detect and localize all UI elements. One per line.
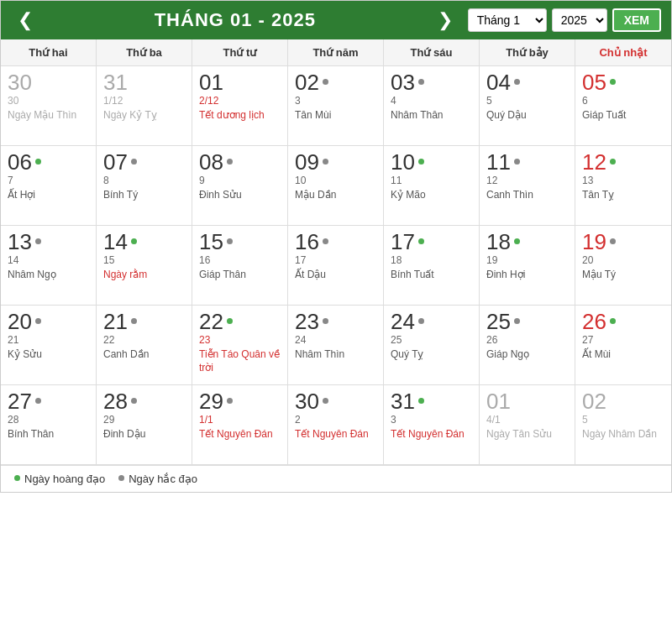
day-number: 31: [103, 71, 185, 93]
day-cell[interactable]: 291/1Tết Nguyên Đán: [192, 385, 288, 465]
day-number: 05: [582, 71, 664, 93]
grey-dot-icon: [514, 159, 520, 165]
day-cell[interactable]: 025Ngày Nhâm Dần: [575, 385, 671, 465]
day-cell[interactable]: 1011Kỷ Mão: [384, 146, 480, 226]
day-cell[interactable]: 056Giáp Tuất: [575, 66, 671, 146]
lunar-number: 10: [295, 175, 376, 186]
lunar-text: Nhâm Thìn: [295, 348, 376, 362]
day-cell[interactable]: 1920Mậu Tý: [575, 226, 671, 306]
lunar-number: 17: [295, 254, 376, 266]
weekday-wed: Thứ tư: [192, 39, 288, 65]
day-cell[interactable]: 3030Ngày Mậu Thìn: [1, 66, 97, 146]
day-number: 13: [8, 231, 89, 253]
lunar-number: 9: [199, 175, 281, 186]
calendar-header: ❮ THÁNG 01 - 2025 ❯ Tháng 1 Tháng 2 Thán…: [1, 1, 671, 39]
day-cell[interactable]: 2728Bính Thân: [1, 385, 97, 465]
day-cell[interactable]: 1516Giáp Thân: [192, 226, 288, 306]
day-cell[interactable]: 2324Nhâm Thìn: [288, 306, 384, 385]
lunar-text: Bính Tý: [103, 189, 185, 202]
day-cell[interactable]: 313Tết Nguyên Đán: [384, 385, 480, 465]
day-number: 06: [8, 151, 89, 173]
day-number: 20: [8, 311, 89, 332]
day-number: 31: [391, 390, 472, 412]
day-cell[interactable]: 045Quý Dậu: [480, 66, 575, 146]
lunar-text: Mậu Tý: [582, 269, 664, 282]
day-cell[interactable]: 2122Canh Dần: [97, 306, 192, 385]
lunar-number: 18: [391, 254, 472, 266]
day-cell[interactable]: 2627Ất Mùi: [575, 306, 671, 385]
grey-dot-icon: [323, 79, 328, 85]
next-month-button[interactable]: ❯: [431, 8, 459, 33]
year-select[interactable]: 2023 2024 2025 2026: [552, 8, 607, 32]
lunar-text: Đinh Hợi: [486, 269, 568, 282]
lunar-number: 4: [391, 95, 472, 107]
lunar-text: Ngày Mậu Thìn: [8, 109, 89, 123]
prev-month-button[interactable]: ❮: [11, 8, 39, 33]
lunar-number: 26: [486, 334, 568, 346]
lunar-number: 5: [486, 95, 568, 107]
calendar-footer: Ngày hoàng đạo Ngày hắc đạo: [1, 465, 671, 492]
day-cell[interactable]: 1819Đinh Hợi: [480, 226, 575, 306]
green-dot-icon: [418, 238, 424, 244]
day-cell[interactable]: 0910Mậu Dần: [288, 146, 384, 226]
lunar-text: Tiễn Táo Quân về trời: [199, 348, 281, 374]
day-number: 23: [295, 311, 376, 332]
lunar-number: 30: [8, 95, 89, 107]
day-number: 10: [391, 151, 472, 173]
day-cell[interactable]: 014/1Ngày Tân Sửu: [480, 385, 575, 465]
day-cell[interactable]: 023Tân Mùi: [288, 66, 384, 146]
lunar-number: 11: [391, 175, 472, 186]
day-cell[interactable]: 1314Nhâm Ngọ: [1, 226, 97, 306]
day-number: 21: [103, 311, 185, 332]
green-legend: Ngày hoàng đạo: [14, 473, 105, 485]
lunar-number: 28: [8, 414, 89, 426]
lunar-number: 2/12: [199, 95, 281, 107]
weekdays-header: Thứ hai Thứ ba Thứ tư Thứ năm Thứ sáu Th…: [1, 39, 671, 66]
day-cell[interactable]: 1718Bính Tuất: [384, 226, 480, 306]
day-cell[interactable]: 311/12Ngày Kỷ Tỵ: [97, 66, 192, 146]
day-cell[interactable]: 1415Ngày rằm: [97, 226, 192, 306]
lunar-number: 16: [199, 254, 281, 266]
lunar-text: Ngày Tân Sửu: [486, 428, 568, 442]
day-cell[interactable]: 034Nhâm Thân: [384, 66, 480, 146]
day-number: 17: [391, 231, 472, 253]
lunar-text: Ất Dậu: [295, 269, 376, 282]
day-cell[interactable]: 2526Giáp Ngọ: [480, 306, 575, 385]
month-select[interactable]: Tháng 1 Tháng 2 Tháng 3 Tháng 4 Tháng 5 …: [468, 8, 547, 32]
lunar-number: 6: [582, 95, 664, 107]
grey-dot-icon: [418, 79, 424, 85]
grey-dot-icon: [131, 398, 137, 404]
lunar-text: Ngày Kỷ Tỵ: [103, 109, 185, 123]
day-cell[interactable]: 012/12Tết dương lịch: [192, 66, 288, 146]
lunar-number: 3: [295, 95, 376, 107]
day-cell[interactable]: 1112Canh Thìn: [480, 146, 575, 226]
view-button[interactable]: XEM: [612, 8, 661, 32]
day-cell[interactable]: 078Bính Tý: [97, 146, 192, 226]
grey-dot-icon: [418, 318, 424, 324]
lunar-number: 19: [486, 254, 568, 266]
day-cell[interactable]: 1213Tân Tỵ: [575, 146, 671, 226]
day-cell[interactable]: 089Đinh Sửu: [192, 146, 288, 226]
lunar-number: 12: [486, 175, 568, 186]
day-number: 26: [582, 311, 664, 332]
day-number: 29: [199, 390, 281, 412]
day-cell[interactable]: 2425Quý Tỵ: [384, 306, 480, 385]
day-cell[interactable]: 2021Kỷ Sửu: [1, 306, 97, 385]
lunar-text: Tết Nguyên Đán: [199, 428, 281, 442]
grey-dot-icon: [227, 398, 233, 404]
lunar-number: 25: [391, 334, 472, 346]
day-number: 27: [8, 390, 89, 412]
day-number: 30: [295, 390, 376, 412]
day-cell[interactable]: 302Tết Nguyên Đán: [288, 385, 384, 465]
lunar-text: Bính Thân: [8, 428, 89, 442]
lunar-text: Tết Nguyên Đán: [295, 428, 376, 442]
day-cell[interactable]: 2223Tiễn Táo Quân về trời: [192, 306, 288, 385]
lunar-text: Đinh Sửu: [199, 189, 281, 202]
day-cell[interactable]: 1617Ất Dậu: [288, 226, 384, 306]
lunar-number: 1/1: [199, 414, 281, 426]
lunar-text: Quý Dậu: [486, 109, 568, 123]
day-number: 15: [199, 231, 281, 253]
lunar-text: Bính Tuất: [391, 269, 472, 282]
day-cell[interactable]: 067Ất Hợi: [1, 146, 97, 226]
day-cell[interactable]: 2829Đinh Dậu: [97, 385, 192, 465]
